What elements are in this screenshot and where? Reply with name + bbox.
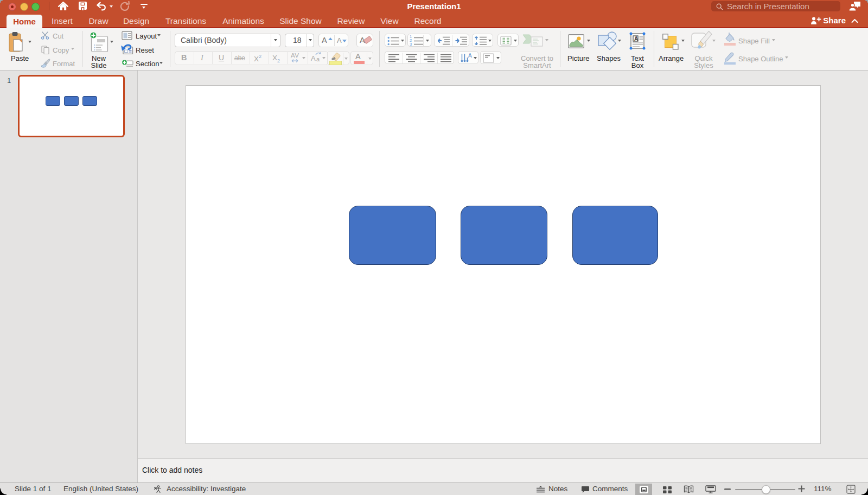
svg-text:A: A: [468, 53, 472, 59]
svg-text:A: A: [634, 36, 638, 42]
